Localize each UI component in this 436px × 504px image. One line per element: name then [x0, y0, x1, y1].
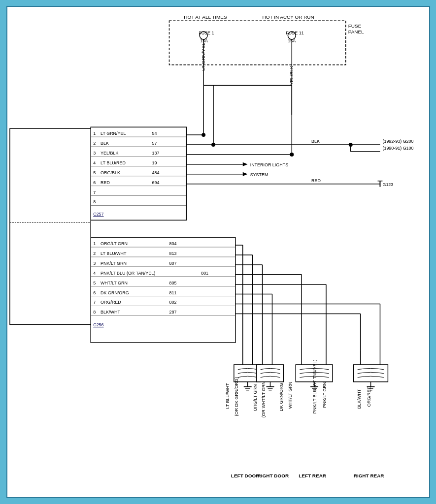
svg-text:3: 3: [93, 151, 96, 156]
svg-text:INTERIOR LIGHTS: INTERIOR LIGHTS: [250, 162, 288, 167]
svg-text:FUSE: FUSE: [348, 23, 361, 29]
svg-text:1: 1: [93, 241, 96, 246]
svg-text:BLK: BLK: [311, 139, 320, 144]
svg-text:BLK/WHT: BLK/WHT: [356, 389, 361, 409]
svg-text:801: 801: [201, 271, 208, 276]
svg-point-56: [201, 133, 205, 137]
svg-text:(1990-91) G100: (1990-91) G100: [382, 146, 413, 151]
svg-text:PNK/LT BLU (OT TAN/YEL): PNK/LT BLU (OT TAN/YEL): [312, 360, 317, 414]
svg-text:6: 6: [93, 290, 96, 295]
svg-text:137: 137: [152, 151, 159, 156]
svg-text:811: 811: [169, 290, 176, 295]
svg-text:4: 4: [93, 160, 96, 165]
svg-text:PNK/LT BLU (OR TAN/YEL): PNK/LT BLU (OR TAN/YEL): [101, 271, 155, 276]
svg-text:54: 54: [152, 131, 157, 136]
svg-text:FUSE 1: FUSE 1: [199, 31, 214, 35]
svg-text:7: 7: [93, 300, 96, 305]
svg-text:6: 6: [93, 180, 96, 185]
svg-marker-78: [242, 172, 247, 176]
svg-text:(OR DK GRN/ORG): (OR DK GRN/ORG): [234, 377, 238, 416]
svg-text:805: 805: [169, 281, 176, 285]
svg-text:4: 4: [93, 271, 96, 276]
svg-text:YEL/BLK: YEL/BLK: [289, 65, 294, 86]
svg-text:G123: G123: [382, 182, 393, 187]
svg-text:DK GRN/ORG: DK GRN/ORG: [279, 383, 284, 411]
svg-text:802: 802: [169, 300, 176, 305]
svg-text:287: 287: [169, 310, 176, 315]
svg-text:3: 3: [93, 261, 96, 266]
svg-text:(OR WHT/LT GRN): (OR WHT/LT GRN): [261, 380, 266, 418]
svg-text:ORG/LT GRN: ORG/LT GRN: [101, 241, 128, 246]
svg-text:ORG/BLK: ORG/BLK: [101, 170, 120, 175]
svg-text:RIGHT REAR: RIGHT REAR: [353, 473, 384, 478]
svg-marker-75: [242, 162, 247, 166]
svg-text:19: 19: [152, 160, 157, 165]
svg-text:HOT IN ACCY OR RUN: HOT IN ACCY OR RUN: [262, 14, 314, 20]
svg-text:2: 2: [93, 251, 96, 256]
svg-text:807: 807: [169, 261, 176, 266]
svg-text:PNK/LT GRN: PNK/LT GRN: [322, 382, 327, 408]
diagram-container: .label-text { font-size: 10px; font-fami…: [7, 7, 429, 497]
svg-text:C257: C257: [93, 212, 103, 217]
svg-text:RED: RED: [311, 178, 321, 183]
svg-text:RIGHT DOOR: RIGHT DOOR: [257, 473, 289, 478]
inner-frame: .label-text { font-size: 10px; font-fami…: [6, 6, 430, 498]
svg-text:LT BLU/WHT: LT BLU/WHT: [225, 383, 230, 409]
svg-text:813: 813: [169, 251, 176, 256]
svg-text:7: 7: [93, 190, 96, 195]
svg-text:8: 8: [93, 199, 96, 204]
svg-text:LT GRN/YEL: LT GRN/YEL: [201, 42, 206, 71]
svg-text:PANEL: PANEL: [348, 29, 364, 34]
svg-text:LT BLU/RED: LT BLU/RED: [101, 160, 126, 165]
svg-text:484: 484: [152, 170, 159, 175]
svg-text:WHT/LT GRN: WHT/LT GRN: [101, 281, 128, 285]
svg-text:WHT/LT GRN: WHT/LT GRN: [288, 382, 293, 409]
outer-frame: .label-text { font-size: 10px; font-fami…: [0, 0, 436, 504]
svg-text:15A: 15A: [200, 38, 208, 43]
svg-text:LT BLU/WHT: LT BLU/WHT: [101, 251, 127, 256]
svg-text:FUSE 11: FUSE 11: [286, 31, 303, 35]
svg-text:804: 804: [169, 241, 176, 246]
svg-text:ORG/RED: ORG/RED: [366, 386, 371, 407]
svg-text:8: 8: [93, 310, 96, 315]
svg-text:(1992-93) G200: (1992-93) G200: [382, 139, 413, 144]
svg-text:SYSTEM: SYSTEM: [250, 172, 268, 177]
svg-rect-0: [169, 21, 345, 65]
svg-text:RED: RED: [101, 180, 110, 185]
svg-text:694: 694: [152, 180, 159, 185]
svg-text:YEL/BLK: YEL/BLK: [101, 151, 118, 156]
svg-text:LT GRN/YEL: LT GRN/YEL: [101, 131, 126, 136]
svg-text:2: 2: [93, 141, 96, 146]
svg-text:5: 5: [93, 281, 96, 285]
svg-text:1: 1: [93, 131, 96, 136]
svg-text:ORG/LT GRN: ORG/LT GRN: [252, 384, 257, 411]
svg-text:HOT AT ALL TIMES: HOT AT ALL TIMES: [184, 14, 227, 20]
svg-text:5: 5: [93, 170, 96, 175]
svg-text:BLK: BLK: [101, 141, 109, 146]
svg-text:LEFT REAR: LEFT REAR: [299, 473, 326, 478]
svg-text:ORG/RED: ORG/RED: [101, 300, 121, 305]
svg-text:BLK/WHT: BLK/WHT: [101, 310, 120, 315]
svg-text:LEFT DOOR: LEFT DOOR: [231, 473, 259, 478]
svg-rect-185: [9, 128, 90, 324]
svg-text:C256: C256: [93, 322, 103, 327]
svg-text:57: 57: [152, 141, 157, 146]
svg-text:DK GRN/ORG: DK GRN/ORG: [101, 290, 129, 295]
svg-text:PNK/LT GRN: PNK/LT GRN: [101, 261, 127, 266]
